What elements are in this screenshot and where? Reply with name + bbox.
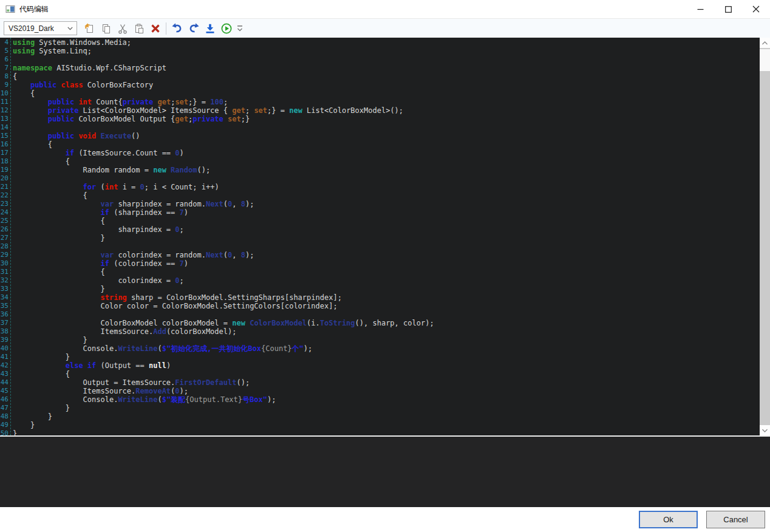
- vertical-scrollbar[interactable]: [760, 38, 770, 435]
- line-number: 21: [0, 183, 9, 191]
- code-line: 25 {: [0, 217, 760, 225]
- line-number: 40: [0, 344, 9, 353]
- line-number: 5: [0, 47, 9, 55]
- undo-icon: [171, 22, 183, 35]
- delete-icon: [149, 22, 162, 35]
- close-button[interactable]: [742, 0, 770, 18]
- scrollbar-down-button[interactable]: [760, 425, 770, 435]
- minimize-icon: [697, 6, 704, 13]
- line-number: 33: [0, 285, 9, 293]
- code-line: 19 Random random = new Random();: [0, 166, 760, 174]
- line-number: 23: [0, 200, 9, 208]
- app-icon: [5, 4, 15, 14]
- code-line: 15 public void Execute(): [0, 132, 760, 140]
- code-line: 27 }: [0, 234, 760, 242]
- new-file-button[interactable]: [82, 21, 98, 36]
- code-line: 48 }: [0, 412, 760, 421]
- run-button[interactable]: [219, 21, 234, 36]
- line-number: 17: [0, 149, 9, 157]
- code-line: 28: [0, 242, 760, 251]
- code-edit-dialog: 代码编辑 VS2019_Dark: [0, 0, 770, 532]
- run-icon: [220, 22, 233, 35]
- line-number: 28: [0, 242, 9, 251]
- line-number: 19: [0, 166, 9, 174]
- maximize-button[interactable]: [714, 0, 742, 18]
- line-number: 32: [0, 276, 9, 285]
- line-number: 8: [0, 72, 9, 81]
- theme-dropdown[interactable]: VS2019_Dark: [4, 21, 77, 35]
- line-number: 38: [0, 327, 9, 336]
- code-line: 35 Color color = ColorBoxModel.SettingCo…: [0, 302, 760, 310]
- redo-button[interactable]: [186, 21, 202, 36]
- line-number: 31: [0, 268, 9, 276]
- code-line: 12 private List<ColorBoxModel> ItemsSour…: [0, 106, 760, 115]
- chevron-down-icon: [761, 428, 768, 433]
- scrollbar-up-button[interactable]: [760, 38, 770, 48]
- new-file-icon: [84, 22, 96, 35]
- code-line: 17 if (ItemsSource.Count == 0): [0, 149, 760, 157]
- line-number: 25: [0, 217, 9, 225]
- line-number: 37: [0, 319, 9, 327]
- code-line: 31 {: [0, 268, 760, 276]
- code-line: 42 else if (Output == null): [0, 361, 760, 370]
- save-button[interactable]: [202, 21, 218, 36]
- line-number: 39: [0, 336, 9, 344]
- line-number: 4: [0, 38, 9, 47]
- line-number: 29: [0, 251, 9, 259]
- code-line: 23 var sharpindex = random.Next(0, 8);: [0, 200, 760, 208]
- line-number: 46: [0, 395, 9, 404]
- code-line: 11 public int Count{private get;set;} = …: [0, 98, 760, 106]
- code-line: 44 Output = ItemsSource.FirstOrDefault()…: [0, 378, 760, 387]
- line-number: 6: [0, 55, 9, 64]
- code-line: 18 {: [0, 157, 760, 166]
- code-line: 50}: [0, 429, 760, 435]
- theme-dropdown-value: VS2019_Dark: [9, 24, 54, 33]
- line-number: 30: [0, 259, 9, 268]
- line-number: 24: [0, 208, 9, 217]
- line-number: 41: [0, 353, 9, 361]
- code-line: 8{: [0, 72, 760, 81]
- toolbar-overflow-button[interactable]: [236, 21, 244, 36]
- delete-button[interactable]: [148, 21, 163, 36]
- copy-button[interactable]: [98, 21, 114, 36]
- code-editor[interactable]: 4using System.Windows.Media;5using Syste…: [0, 38, 770, 435]
- line-number: 14: [0, 123, 9, 132]
- minimize-button[interactable]: [686, 0, 714, 18]
- code-line: 5using System.Linq;: [0, 47, 760, 55]
- code-line: 14: [0, 123, 760, 132]
- chevron-down-icon: [67, 27, 73, 30]
- overflow-icon: [236, 24, 244, 33]
- code-line: 20: [0, 174, 760, 183]
- scrollbar-thumb[interactable]: [760, 49, 770, 71]
- code-line: 26 sharpindex = 0;: [0, 225, 760, 234]
- code-line: 38 ItemsSource.Add(colorBoxModel);: [0, 327, 760, 336]
- line-number: 44: [0, 378, 9, 387]
- line-number: 10: [0, 89, 9, 98]
- code-line: 39 }: [0, 336, 760, 344]
- line-number: 47: [0, 404, 9, 412]
- code-line: 33 }: [0, 285, 760, 293]
- paste-icon: [133, 22, 145, 35]
- code-line: 41 }: [0, 353, 760, 361]
- paste-button[interactable]: [131, 21, 147, 36]
- footer: Ok Cancel: [0, 507, 770, 532]
- code-line: 36: [0, 310, 760, 319]
- close-icon: [752, 5, 760, 13]
- toolbar-separator: [166, 22, 166, 35]
- line-number: 45: [0, 387, 9, 395]
- ok-button[interactable]: Ok: [639, 511, 698, 528]
- cancel-button[interactable]: Cancel: [706, 511, 765, 528]
- code-line: 34 string sharp = ColorBoxModel.SettingS…: [0, 293, 760, 302]
- line-number: 13: [0, 115, 9, 123]
- code-line: 4using System.Windows.Media;: [0, 38, 760, 47]
- code-line: 37 ColorBoxModel colorBoxModel = new Col…: [0, 319, 760, 327]
- line-number: 9: [0, 81, 9, 89]
- line-number: 43: [0, 370, 9, 378]
- maximize-icon: [725, 6, 732, 13]
- cut-button[interactable]: [115, 21, 131, 36]
- cut-icon: [117, 22, 129, 35]
- code-lines: 4using System.Windows.Media;5using Syste…: [0, 38, 760, 435]
- code-line: 30 if (colorindex == 7): [0, 259, 760, 268]
- undo-button[interactable]: [169, 21, 185, 36]
- line-number: 18: [0, 157, 9, 166]
